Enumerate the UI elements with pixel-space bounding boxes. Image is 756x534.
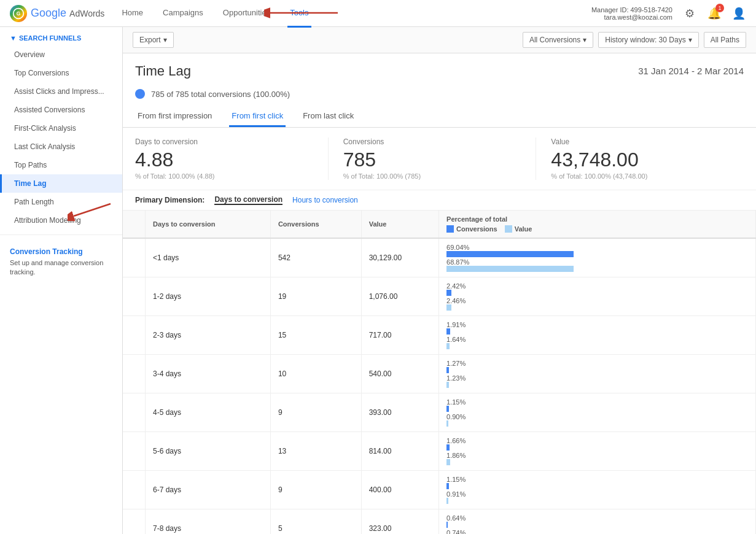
pct-conv-label: 1.27% [446, 360, 748, 367]
nav-items: Home Campaigns Opportunities Tools [119, 0, 591, 28]
cell-percentage: 1.15% 0.91% [439, 471, 756, 509]
tab-from-first-click[interactable]: From first click [229, 106, 286, 127]
cell-conversions: 10 [270, 355, 361, 393]
account-icon[interactable]: 👤 [731, 6, 746, 21]
conversion-tracking-title[interactable]: Conversion Tracking [10, 247, 112, 256]
all-paths-button[interactable]: All Paths [704, 32, 746, 48]
cell-value: 1,076.00 [361, 277, 438, 316]
cell-percentage: 2.42% 2.46% [439, 277, 756, 316]
legend-conversions-label: Conversions [456, 225, 497, 233]
dim-days-to-conversion[interactable]: Days to conversion [214, 195, 283, 205]
dimension-bar: Primary Dimension: Days to conversion Ho… [123, 190, 756, 211]
val-bar [446, 266, 574, 272]
history-window-button[interactable]: History window: 30 Days ▾ [598, 32, 698, 48]
sidebar-section-header[interactable]: ▼ SEARCH FUNNELS [0, 27, 122, 45]
sidebar-item-top-conversions[interactable]: Top Conversions [0, 64, 122, 82]
conv-bar-row [446, 406, 748, 412]
chevron-down-icon: ▼ [10, 34, 17, 42]
metric-label-days: Days to conversion [135, 137, 313, 146]
manager-id: Manager ID: 499-518-7420 [591, 6, 672, 14]
sidebar-item-assist-clicks[interactable]: Assist Clicks and Impress... [0, 82, 122, 101]
metric-conversions: Conversions 785 % of Total: 100.00% (785… [343, 137, 537, 180]
cell-percentage: 1.66% 1.86% [439, 432, 756, 471]
cell-percentage: 1.27% 1.23% [439, 355, 756, 393]
pct-val-label: 1.64% [446, 336, 748, 343]
expand-cell [123, 509, 146, 535]
val-bar-row [446, 420, 748, 427]
sidebar-item-first-click[interactable]: First-Click Analysis [0, 119, 122, 137]
table-row: 3-4 days10540.00 1.27% 1.23% [123, 355, 756, 393]
cell-days: 7-8 days [146, 509, 271, 535]
table-row: 5-6 days13814.00 1.66% 1.86% [123, 432, 756, 471]
conv-bar [446, 522, 448, 528]
settings-icon[interactable]: ⚙ [682, 6, 697, 21]
nav-home[interactable]: Home [119, 0, 146, 28]
logo-area: G Google AdWords [10, 5, 104, 22]
sidebar: ▼ SEARCH FUNNELS Overview Top Conversion… [0, 27, 123, 534]
sidebar-item-top-paths[interactable]: Top Paths [0, 156, 122, 174]
toolbar-left: Export ▾ [133, 32, 174, 48]
sidebar-item-assisted-conversions[interactable]: Assisted Conversions [0, 101, 122, 119]
legend-value-label: Value [515, 225, 532, 233]
tab-from-first-impression[interactable]: From first impression [135, 106, 214, 127]
pct-conv-label: 1.91% [446, 321, 748, 328]
conv-bar-row [446, 328, 748, 335]
all-conversions-label: All Conversions [529, 36, 580, 44]
page-title: Time Lag [135, 63, 191, 79]
sidebar-conversion-section: Conversion Tracking Set up and manage co… [0, 240, 122, 285]
metric-label-value: Value [551, 137, 729, 146]
conv-bar-row [446, 290, 748, 296]
cell-days: <1 days [146, 238, 271, 277]
th-conversions[interactable]: Conversions [270, 211, 361, 238]
pct-val-label: 2.46% [446, 297, 748, 304]
sidebar-section-label: SEARCH FUNNELS [19, 34, 81, 42]
cell-conversions: 13 [270, 432, 361, 471]
cell-value: 30,129.00 [361, 238, 438, 277]
export-button[interactable]: Export ▾ [133, 32, 174, 48]
th-percentage: Percentage of total Conversions Value [439, 211, 756, 238]
conv-bar-row [446, 444, 748, 451]
sidebar-item-time-lag[interactable]: Time Lag [0, 174, 122, 193]
table-row: 4-5 days9393.00 1.15% 0.90% [123, 393, 756, 432]
table-row: 1-2 days191,076.00 2.42% 2.46% [123, 277, 756, 316]
user-info: Manager ID: 499-518-7420 tara.west@kooza… [591, 6, 672, 21]
cell-conversions: 15 [270, 316, 361, 355]
pct-val-label: 1.23% [446, 374, 748, 382]
tools-arrow [264, 4, 344, 22]
toolbar-right: All Conversions ▾ History window: 30 Day… [523, 32, 746, 48]
table-row: 2-3 days15717.00 1.91% 1.64% [123, 316, 756, 355]
logo-text: Google AdWords [31, 7, 104, 20]
tab-from-last-click[interactable]: From last click [300, 106, 356, 127]
pct-val-label: 0.90% [446, 413, 748, 420]
nav-campaigns[interactable]: Campaigns [160, 0, 206, 28]
cell-conversions: 542 [270, 238, 361, 277]
conversion-tracking-text: Set up and manage conversion tracking. [10, 258, 112, 277]
cell-days: 4-5 days [146, 393, 271, 432]
th-value[interactable]: Value [361, 211, 438, 238]
cell-days: 2-3 days [146, 316, 271, 355]
user-area: Manager ID: 499-518-7420 tara.west@kooza… [591, 6, 746, 21]
dim-hours-to-conversion[interactable]: Hours to conversion [292, 196, 358, 204]
cell-value: 400.00 [361, 471, 438, 509]
legend-conversions: Conversions [446, 225, 497, 233]
conv-bar [446, 483, 449, 489]
cell-value: 540.00 [361, 355, 438, 393]
expand-cell [123, 432, 146, 471]
conv-bar-row [446, 251, 748, 257]
val-bar-row [446, 304, 748, 311]
notifications-icon[interactable]: 🔔 1 [707, 6, 722, 21]
conv-bar-row [446, 522, 748, 528]
all-conversions-button[interactable]: All Conversions ▾ [523, 32, 593, 48]
pct-val-label: 1.86% [446, 452, 748, 459]
th-days-to-conversion[interactable]: Days to conversion [146, 211, 271, 238]
sidebar-item-overview[interactable]: Overview [0, 45, 122, 64]
cell-value: 393.00 [361, 393, 438, 432]
cell-percentage: 69.04% 68.87% [439, 238, 756, 277]
val-bar [446, 304, 451, 311]
metric-sub-value: % of Total: 100.00% (43,748.00) [551, 172, 729, 180]
svg-text:G: G [17, 10, 20, 17]
cell-percentage: 1.15% 0.90% [439, 393, 756, 432]
val-bar-row [446, 459, 748, 465]
pct-conv-label: 1.66% [446, 437, 748, 444]
sidebar-item-last-click[interactable]: Last Click Analysis [0, 137, 122, 156]
